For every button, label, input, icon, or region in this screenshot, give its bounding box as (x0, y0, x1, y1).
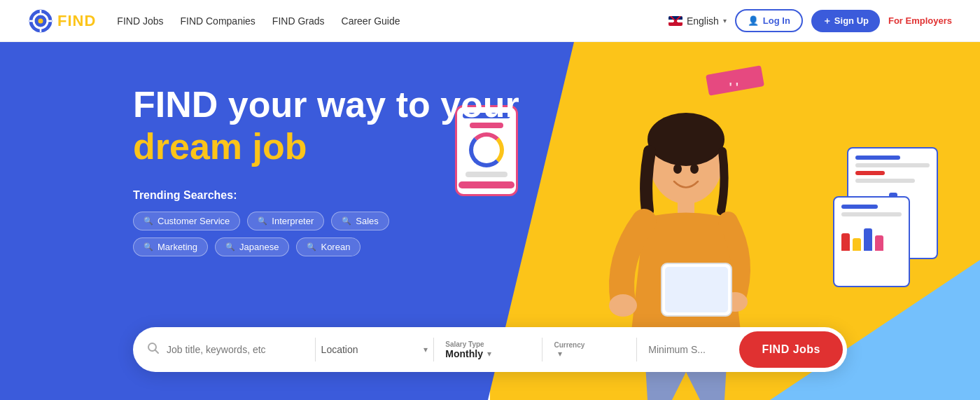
divider-3 (542, 338, 542, 361)
chevron-down-icon: ▾ (558, 349, 562, 359)
flag-icon (668, 16, 682, 26)
tag-sales[interactable]: 🔍 Sales (331, 212, 389, 230)
chevron-down-icon: ▾ (487, 349, 491, 359)
search-icon: 🔍 (144, 216, 153, 226)
job-search-input[interactable] (167, 344, 309, 355)
doc2-bar-4 (875, 235, 883, 251)
language-label: English (687, 15, 719, 27)
tag-label: Customer Service (158, 216, 230, 226)
doc-line-3 (855, 171, 885, 175)
navbar: FIND FIND Jobs FIND Companies FIND Grads… (0, 0, 980, 42)
currency-group: Currency ▾ (548, 341, 631, 359)
search-bar: Location ▾ Salary Type Monthly ▾ Currenc… (133, 327, 847, 372)
doc-card-2 (833, 196, 910, 287)
svg-point-14 (673, 164, 682, 174)
location-select[interactable]: Location ▾ (321, 344, 428, 355)
hero-content: FIND your way to your dream job Trending… (133, 84, 519, 256)
tag-korean[interactable]: 🔍 Korean (296, 237, 360, 256)
doc-line-4 (855, 179, 915, 183)
search-icon: 🔍 (342, 216, 351, 226)
logo-text: FIND (57, 12, 96, 30)
hero-title-white: FIND your way to your (133, 84, 519, 126)
tag-label: Interpreter (272, 216, 314, 226)
tag-interpreter[interactable]: 🔍 Interpreter (247, 212, 324, 230)
doc2-bar-1 (841, 233, 850, 251)
tag-label: Korean (321, 242, 350, 252)
salary-type-value: Monthly (445, 348, 483, 359)
nav-find-grads[interactable]: FIND Grads (272, 15, 325, 27)
hero-section: ' ' FIND your way to you (0, 42, 980, 400)
salary-type-select[interactable]: Monthly ▾ (445, 348, 531, 359)
salary-type-group: Salary Type Monthly ▾ (440, 340, 536, 359)
tag-label: Sales (356, 216, 379, 226)
search-icon: 🔍 (144, 242, 153, 251)
hero-title-yellow: dream job (133, 126, 519, 168)
svg-line-17 (155, 350, 159, 354)
doc2-line-1 (841, 205, 878, 209)
signup-label: Sign Up (834, 15, 869, 26)
trending-tags: 🔍 Customer Service 🔍 Interpreter 🔍 Sales… (133, 212, 469, 256)
salary-type-label: Salary Type (445, 340, 531, 348)
doc-line-1 (855, 156, 900, 160)
trending-label: Trending Searches: (133, 189, 519, 202)
doc2-line-2 (841, 212, 902, 216)
search-icon: 🔍 (258, 216, 267, 226)
tag-marketing[interactable]: 🔍 Marketing (133, 237, 208, 256)
chevron-down-icon: ▾ (424, 345, 428, 354)
divider-2 (433, 338, 434, 361)
signup-button[interactable]: ＋ Sign Up (811, 10, 880, 32)
min-salary-group (643, 344, 739, 355)
divider-4 (636, 338, 637, 361)
login-button[interactable]: 👤 Log In (735, 9, 803, 32)
tag-japanese[interactable]: 🔍 Japanese (215, 237, 289, 256)
svg-point-6 (38, 18, 43, 23)
doc2-bar-3 (864, 228, 872, 251)
tag-label: Japanese (239, 242, 279, 252)
currency-label: Currency (554, 341, 625, 349)
svg-point-8 (648, 113, 724, 166)
search-bar-container: Location ▾ Salary Type Monthly ▾ Currenc… (133, 327, 847, 372)
search-icon: 🔍 (307, 242, 316, 251)
nav-career-guide[interactable]: Career Guide (342, 15, 400, 27)
login-icon: 👤 (748, 15, 759, 26)
doc-line-2 (855, 163, 930, 167)
nav-find-companies[interactable]: FIND Companies (180, 15, 255, 27)
doc2-mini-chart (841, 223, 902, 251)
min-salary-input[interactable] (648, 344, 734, 355)
nav-find-jobs[interactable]: FIND Jobs (117, 15, 163, 27)
chevron-down-icon: ▾ (723, 17, 727, 25)
login-label: Log In (763, 15, 790, 26)
divider-1 (315, 338, 316, 361)
svg-point-15 (690, 164, 699, 174)
svg-point-10 (609, 294, 637, 317)
find-jobs-button[interactable]: FIND Jobs (739, 331, 843, 368)
nav-right: English ▾ 👤 Log In ＋ Sign Up For Employe… (668, 9, 952, 32)
search-icon (147, 342, 160, 357)
currency-select[interactable]: ▾ (554, 349, 625, 359)
plus-icon: ＋ (822, 15, 832, 27)
nav-links: FIND Jobs FIND Companies FIND Grads Care… (117, 15, 668, 27)
employers-button[interactable]: For Employers (888, 15, 952, 26)
doc2-bar-2 (853, 238, 861, 251)
tag-label: Marketing (158, 242, 197, 252)
tag-customer-service[interactable]: 🔍 Customer Service (133, 212, 240, 230)
tick-decoration: ' ' (729, 81, 738, 95)
location-text: Location (321, 344, 419, 355)
language-selector[interactable]: English ▾ (668, 15, 727, 27)
search-icon: 🔍 (225, 242, 235, 251)
svg-rect-13 (665, 267, 728, 312)
logo[interactable]: FIND (28, 8, 96, 34)
